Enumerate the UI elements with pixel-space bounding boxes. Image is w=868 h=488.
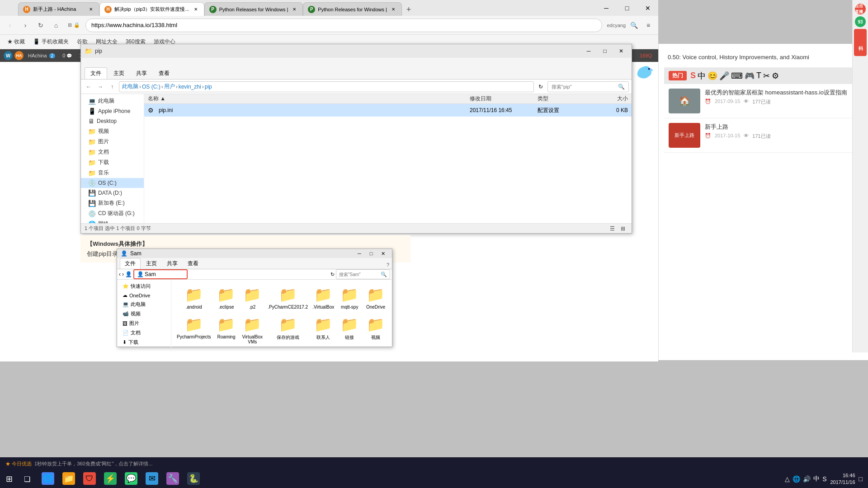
fe-list-view[interactable]: ☰ [607, 225, 617, 233]
fe-tab-file[interactable]: 文件 [85, 67, 107, 79]
fe2-sidebar-quickaccess[interactable]: ⭐ 快速访问 [117, 282, 171, 291]
tool-sogou[interactable]: S [690, 71, 696, 80]
fe-forward[interactable]: → [95, 82, 105, 92]
fe-path-kevin[interactable]: kevin_zhi [179, 84, 201, 90]
tray-arrow[interactable]: △ [785, 475, 790, 483]
maximize-button[interactable]: □ [617, 0, 637, 16]
back-button[interactable]: ‹ [4, 19, 16, 32]
fe2-path-bar[interactable]: 👤 Sam [133, 269, 188, 279]
tool-text[interactable]: T [756, 71, 761, 80]
fe-tab-share[interactable]: 共享 [131, 68, 152, 79]
new-tab-button[interactable]: + [402, 3, 415, 16]
folder-contacts[interactable]: 📁 联系人 [311, 313, 336, 347]
sidebar-item-iphone[interactable]: 📱 Apple iPhone [81, 106, 144, 116]
tool-chinese[interactable]: 中 [698, 70, 706, 81]
fe2-tab-share[interactable]: 共享 [162, 258, 182, 269]
red-dot-1[interactable]: 点击直播 [855, 4, 866, 14]
fe-back[interactable]: ← [84, 82, 94, 92]
ext-comments[interactable]: 0 💬 [60, 51, 75, 61]
ext-hachina[interactable]: HAchina 2 [25, 51, 58, 61]
col-date[interactable]: 修改日期 [470, 95, 538, 103]
fe-maximize[interactable]: □ [598, 46, 612, 56]
bookmark-favorites[interactable]: ★ 收藏 [4, 37, 28, 47]
fe2-minimize[interactable]: ─ [354, 249, 365, 258]
fe-grid-view[interactable]: ⊞ [618, 225, 628, 233]
folder-android[interactable]: 📁 .android [175, 283, 213, 312]
taskbar-app-wechat[interactable]: 💬 [121, 470, 141, 488]
clock-display[interactable]: 16:46 2017/11/16 [830, 472, 855, 486]
fe2-back[interactable]: ‹ [119, 271, 121, 277]
fe2-tab-view[interactable]: 查看 [183, 258, 203, 269]
fe2-forward[interactable]: › [122, 271, 124, 277]
search-button[interactable]: 🔍 [627, 19, 640, 32]
sidebar-item-pc[interactable]: 💻 此电脑 [81, 96, 144, 106]
sidebar-item-network[interactable]: 🌐 网络 [81, 219, 144, 223]
sidebar-item-newe[interactable]: 💾 新加卷 (E:) [81, 198, 144, 208]
tray-input-cn[interactable]: 中 [813, 475, 820, 483]
fe-path-bar[interactable]: 此电脑 › OS (C:) › 用户 › kevin_zhi › pip [119, 81, 534, 92]
taskbar-app-files[interactable]: 📁 [59, 470, 79, 488]
taskbar-app-tools[interactable]: 🔧 [163, 470, 183, 488]
address-input[interactable] [85, 19, 602, 32]
tab-close-3[interactable]: ✕ [291, 6, 298, 13]
fe-search-input[interactable] [552, 84, 616, 89]
refresh-button[interactable]: ↻ [34, 19, 47, 32]
close-button[interactable]: ✕ [637, 0, 658, 16]
fe2-close[interactable]: ✕ [377, 249, 388, 258]
folder-p2[interactable]: 📁 .p2 [240, 283, 265, 312]
taskview-button[interactable]: ❏ [18, 470, 36, 488]
rp-card-newbie[interactable]: 新手上路 新手上路 ⏰ 2017-10-15 👁 171已读 [664, 118, 863, 153]
folder-roaming[interactable]: 📁 Roaming [214, 313, 239, 347]
sidebar-item-datad[interactable]: 💾 DATA (D:) [81, 188, 144, 198]
fe2-sidebar-docs2[interactable]: 📄 文档 [117, 328, 171, 338]
fe2-sidebar-pictures2[interactable]: 🖼 图片 [117, 319, 171, 328]
tool-scissors[interactable]: ✂ [763, 71, 770, 81]
fe-path-pip[interactable]: pip [205, 84, 212, 90]
fe2-tab-file[interactable]: 文件 [120, 258, 141, 269]
tool-emoji[interactable]: 😊 [708, 71, 717, 81]
folder-videos2[interactable]: 📁 视频 [363, 313, 388, 347]
folder-mqtt[interactable]: 📁 mqtt-spy [337, 283, 362, 312]
tray-ime[interactable]: S [822, 475, 826, 483]
fe-minimize[interactable]: ─ [582, 46, 595, 56]
minimize-button[interactable]: ─ [596, 0, 617, 16]
sidebar-item-pictures[interactable]: 📁 图片 [81, 136, 144, 147]
sidebar-item-docs[interactable]: 📁 文档 [81, 147, 144, 157]
fe-tab-home[interactable]: 主页 [108, 68, 130, 79]
fe2-sidebar-thispc[interactable]: 💻 此电脑 [117, 300, 171, 309]
fe-path-users[interactable]: 用户 [164, 83, 175, 90]
taskbar-app-antivirus[interactable]: 🛡 [80, 470, 99, 488]
tab-1[interactable]: H 新手上路 - HAchina ✕ [18, 2, 99, 16]
taskbar-app-python[interactable]: 🐍 [184, 470, 203, 488]
sidebar-item-desktop[interactable]: 🖥 Desktop [81, 116, 144, 126]
fe-search-box[interactable]: 🔍 [547, 81, 629, 92]
sidebar-item-video[interactable]: 📁 视频 [81, 126, 144, 136]
tool-keyboard[interactable]: ⌨ [731, 71, 743, 81]
green-dot-1[interactable]: 93 [855, 16, 866, 27]
tray-notifications[interactable]: □ [859, 475, 863, 483]
tab-close-1[interactable]: ✕ [87, 6, 94, 13]
fe2-help-icon[interactable]: ? [387, 262, 389, 267]
folder-links[interactable]: 📁 链接 [337, 313, 362, 347]
fe-up[interactable]: ↑ [107, 82, 117, 92]
fe-tab-view[interactable]: 查看 [153, 68, 175, 79]
fe-path-os[interactable]: OS (C:) [142, 84, 160, 90]
wp-icon[interactable]: W [4, 51, 13, 60]
col-type[interactable]: 类型 [538, 95, 592, 103]
tray-sound[interactable]: 🔊 [803, 475, 811, 483]
start-button[interactable]: ⊞ [0, 470, 18, 488]
rp-card-hass[interactable]: 🏠 最优秀的智能家居框架 homeassistant-hass.io设置指南 ⏰… [664, 84, 863, 118]
tab-2[interactable]: H 解决pip（pip3）安装软件速度慢... ✕ [99, 2, 204, 16]
sidebar-item-osc[interactable]: 💿 OS (C:) [81, 178, 144, 188]
folder-pycharmprojects[interactable]: 📁 PycharmProjects [175, 313, 213, 347]
col-size[interactable]: 大小 [592, 95, 628, 103]
fe2-sidebar-downloads2[interactable]: ⬇ 下载 [117, 338, 171, 347]
forward-button[interactable]: › [19, 19, 32, 32]
fe-path-refresh[interactable]: ↻ [536, 83, 546, 91]
col-name[interactable]: 名称 ▲ [148, 95, 470, 103]
tray-network[interactable]: 🌐 [793, 475, 800, 483]
fe-close[interactable]: ✕ [614, 46, 628, 56]
sidebar-item-cdg[interactable]: 💿 CD 驱动器 (G:) [81, 208, 144, 219]
ha-icon[interactable]: HA [14, 51, 24, 60]
fe2-search-box[interactable]: 🔍 [336, 269, 390, 279]
